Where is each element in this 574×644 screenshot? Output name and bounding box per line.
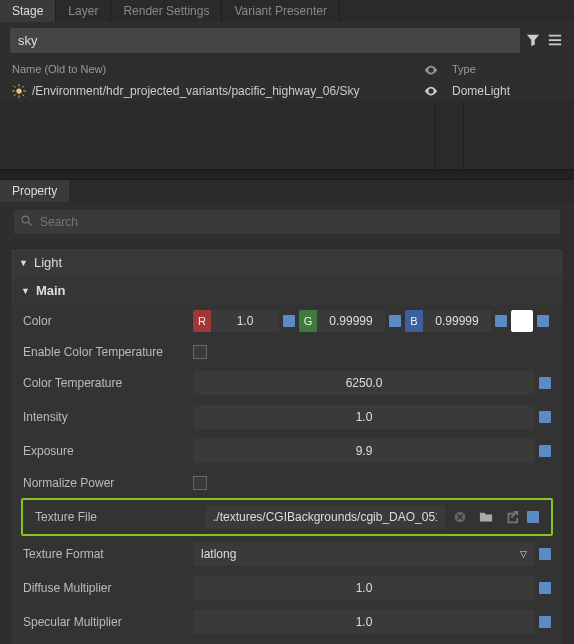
svg-line-8 [14, 95, 16, 97]
section-light-label: Light [34, 255, 62, 270]
color-temp-input[interactable] [193, 371, 535, 395]
specular-mult-input[interactable] [193, 610, 535, 634]
light-icon [12, 84, 26, 98]
label-exposure: Exposure [23, 444, 193, 458]
texture-file-input[interactable] [205, 505, 445, 529]
search-icon [21, 215, 33, 227]
stage-header-type[interactable]: Type [452, 63, 562, 77]
folder-icon[interactable] [475, 506, 497, 528]
label-texture-format: Texture Format [23, 547, 193, 561]
svg-line-10 [29, 223, 32, 226]
stage-search-input[interactable] [10, 28, 520, 53]
filter-icon[interactable] [526, 33, 542, 49]
keyframe-indicator[interactable] [539, 377, 551, 389]
section-main-label: Main [36, 283, 66, 298]
chevron-down-icon: ▽ [520, 549, 527, 559]
diffuse-mult-input[interactable] [193, 576, 535, 600]
tab-layer[interactable]: Layer [56, 0, 111, 22]
stage-row-path: /Environment/hdr_projected_variants/paci… [32, 84, 424, 98]
section-light-header[interactable]: ▼ Light [11, 249, 563, 276]
label-intensity: Intensity [23, 410, 193, 424]
intensity-input[interactable] [193, 405, 535, 429]
tab-stage[interactable]: Stage [0, 0, 56, 22]
color-r-input[interactable] [211, 310, 279, 332]
color-b-input[interactable] [423, 310, 491, 332]
label-specular-mult: Specular Multiplier [23, 615, 193, 629]
color-r-chip: R [193, 310, 211, 332]
normalize-power-checkbox[interactable] [193, 476, 207, 490]
tab-render-settings[interactable]: Render Settings [111, 0, 222, 22]
keyframe-indicator[interactable] [389, 315, 401, 327]
label-normalize-power: Normalize Power [23, 476, 193, 490]
caret-down-icon: ▼ [21, 286, 30, 296]
svg-point-0 [16, 88, 21, 93]
label-texture-file: Texture File [35, 510, 205, 524]
svg-line-5 [14, 86, 16, 88]
color-g-chip: G [299, 310, 317, 332]
stage-row[interactable]: /Environment/hdr_projected_variants/paci… [0, 81, 574, 101]
tab-variant-presenter[interactable]: Variant Presenter [222, 0, 340, 22]
label-enable-color-temp: Enable Color Temperature [23, 345, 193, 359]
keyframe-indicator[interactable] [539, 582, 551, 594]
exposure-input[interactable] [193, 439, 535, 463]
texture-format-value: latlong [201, 547, 236, 561]
keyframe-indicator[interactable] [283, 315, 295, 327]
label-color-temp: Color Temperature [23, 376, 193, 390]
keyframe-indicator[interactable] [539, 616, 551, 628]
svg-point-9 [22, 216, 29, 223]
stage-tabs: Stage Layer Render Settings Variant Pres… [0, 0, 574, 22]
hamburger-icon[interactable] [548, 33, 564, 49]
enable-color-temp-checkbox[interactable] [193, 345, 207, 359]
label-diffuse-mult: Diffuse Multiplier [23, 581, 193, 595]
eye-icon[interactable] [424, 84, 452, 98]
keyframe-indicator[interactable] [527, 511, 539, 523]
color-swatch[interactable] [511, 310, 533, 332]
stage-header-name[interactable]: Name (Old to New) [12, 63, 424, 77]
stage-header-visibility[interactable] [424, 63, 452, 77]
texture-format-dropdown[interactable]: latlong ▽ [193, 542, 535, 566]
tab-property[interactable]: Property [0, 180, 69, 202]
svg-line-7 [23, 86, 25, 88]
stage-row-type: DomeLight [452, 84, 562, 98]
keyframe-indicator[interactable] [539, 548, 551, 560]
section-main-header[interactable]: ▼ Main [11, 276, 563, 305]
export-icon[interactable] [501, 506, 523, 528]
keyframe-indicator[interactable] [539, 445, 551, 457]
color-b-chip: B [405, 310, 423, 332]
keyframe-indicator[interactable] [539, 411, 551, 423]
caret-down-icon: ▼ [19, 258, 28, 268]
keyframe-indicator[interactable] [537, 315, 549, 327]
clear-icon[interactable] [449, 506, 471, 528]
svg-line-6 [23, 95, 25, 97]
label-color: Color [23, 314, 193, 328]
keyframe-indicator[interactable] [495, 315, 507, 327]
property-search-input[interactable] [14, 210, 560, 234]
color-g-input[interactable] [317, 310, 385, 332]
